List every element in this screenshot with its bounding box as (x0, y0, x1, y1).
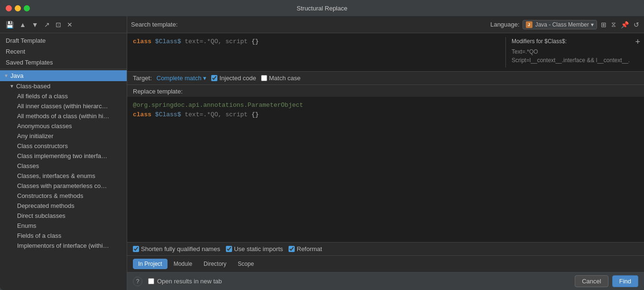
save-icon[interactable]: 💾 (4, 20, 16, 29)
down-icon[interactable]: ▼ (30, 20, 40, 29)
injected-code-label: Injected code (219, 75, 256, 82)
shorten-label: Shorten fully qualified names (141, 245, 220, 253)
up-icon[interactable]: ▲ (18, 20, 28, 29)
minimize-button[interactable] (15, 5, 21, 11)
list-item[interactable]: Classes (0, 161, 127, 171)
list-item[interactable]: Deprecated methods (0, 201, 127, 211)
shorten-checkbox[interactable] (133, 246, 139, 252)
footer: ? Open results in new tab Cancel Find (127, 272, 644, 290)
main-window: Structural Replace 💾 ▲ ▼ ↗ ⊡ ✕ Draft Tem… (0, 0, 644, 290)
list-item[interactable]: Implementors of interface (within h... (0, 241, 127, 251)
title-bar: Structural Replace (0, 0, 644, 16)
target-row: Target: Complete match ▾ Injected code M… (127, 71, 644, 85)
class-based-label: Class-based (16, 83, 50, 90)
list-item[interactable]: Enums (0, 221, 127, 231)
replace-class-var: $Class$ (155, 111, 181, 118)
list-item[interactable]: Class implementing two interfaces (0, 151, 127, 161)
list-item[interactable]: Direct subclasses (0, 211, 127, 221)
table-icon[interactable]: ⊞ (600, 20, 607, 29)
help-button[interactable]: ? (133, 277, 142, 286)
add-modifier-button[interactable]: + (635, 37, 640, 47)
language-label: Language: (490, 21, 519, 28)
replace-code-line2: class $Class$ text=.*QO, script {} (133, 110, 638, 120)
pin-icon[interactable]: 📌 (620, 20, 630, 29)
reformat-checkbox[interactable] (289, 246, 295, 252)
reformat-checkbox-item[interactable]: Reformat (289, 245, 322, 253)
scope-row: In Project Module Directory Scope (127, 255, 644, 272)
list-item[interactable]: Class constructors (0, 141, 127, 151)
dropdown-chevron-icon: ▾ (591, 21, 594, 28)
sidebar-item-draft-template[interactable]: Draft Template (0, 35, 127, 46)
list-item[interactable]: Fields of a class (0, 231, 127, 241)
sidebar-item-class-based[interactable]: ▼ Class-based (0, 81, 127, 91)
static-imports-label: Use static imports (234, 245, 283, 253)
list-item[interactable]: All inner classes (within hierarchy) (0, 101, 127, 111)
sidebar-java-label: Java (10, 72, 23, 79)
options-row: Shorten fully qualified names Use static… (127, 242, 644, 255)
match-case-checkbox-item[interactable]: Match case (261, 75, 300, 82)
sidebar-item-saved-templates[interactable]: Saved Templates (0, 57, 127, 68)
replace-class-braces: {} (252, 111, 259, 118)
filter-icon[interactable]: ⧖ (610, 19, 617, 29)
maximize-button[interactable] (24, 5, 30, 11)
injected-code-checkbox[interactable] (211, 75, 217, 81)
right-panel: Search template: Language: J Java - Clas… (127, 16, 644, 290)
list-item[interactable]: Anonymous classes (0, 121, 127, 131)
replace-template-label-row: Replace template: (127, 85, 644, 97)
chevron-down-icon: ▼ (9, 84, 14, 89)
static-imports-checkbox[interactable] (226, 246, 232, 252)
header-right: Language: J Java - Class Member ▾ ⊞ ⧖ 📌 … (490, 19, 640, 29)
close-button[interactable] (6, 5, 12, 11)
modifiers-title: Modifiers for $Class$: (512, 37, 638, 46)
split-icon[interactable]: ⊡ (54, 20, 63, 29)
refresh-icon[interactable]: ↺ (633, 20, 640, 29)
class-braces: {} (252, 38, 259, 45)
replace-template-label: Replace template: (133, 88, 183, 95)
sidebar-item-java[interactable]: ▼ Java (0, 70, 127, 81)
replace-template-area: @org.springdoc.api.annotations.Parameter… (127, 97, 644, 242)
reformat-label: Reformat (297, 245, 322, 253)
find-button[interactable]: Find (612, 275, 638, 287)
list-item[interactable]: Classes with parameterless constr... (0, 181, 127, 191)
sidebar-item-recent[interactable]: Recent (0, 46, 127, 57)
scope-in-project-button[interactable]: In Project (133, 259, 168, 269)
list-item[interactable]: Any initializer (0, 131, 127, 141)
target-dropdown[interactable]: Complete match ▾ (157, 75, 207, 82)
scope-module-button[interactable]: Module (168, 259, 197, 269)
sidebar: 💾 ▲ ▼ ↗ ⊡ ✕ Draft Template Recent Saved … (0, 16, 127, 290)
list-item[interactable]: Classes, interfaces & enums (0, 171, 127, 181)
target-chevron-icon: ▾ (203, 75, 206, 82)
target-label: Target: (133, 75, 152, 82)
match-case-checkbox[interactable] (261, 75, 267, 81)
language-value: Java - Class Member (535, 21, 589, 28)
annotation-line: @org.springdoc.api.annotations.Parameter… (133, 101, 638, 110)
sidebar-toolbar: 💾 ▲ ▼ ↗ ⊡ ✕ (0, 16, 127, 33)
search-template-code: class $Class$ text=.*QO, script {} (133, 37, 500, 67)
traffic-lights (6, 5, 30, 11)
shorten-checkbox-item[interactable]: Shorten fully qualified names (133, 245, 220, 253)
cancel-button[interactable]: Cancel (575, 275, 608, 287)
open-results-checkbox[interactable] (148, 278, 154, 284)
scope-scope-button[interactable]: Scope (233, 259, 259, 269)
open-results-label: Open results in new tab (157, 278, 222, 285)
list-item[interactable]: All methods of a class (within hiera... (0, 111, 127, 121)
modifiers-script: Script=l__context__.interface && l__cont… (512, 56, 638, 65)
list-item[interactable]: All fields of a class (0, 91, 127, 101)
close-icon[interactable]: ✕ (65, 20, 75, 29)
search-template-area: class $Class$ text=.*QO, script {} Modif… (127, 33, 644, 71)
external-link-icon[interactable]: ↗ (42, 20, 52, 29)
injected-code-checkbox-item[interactable]: Injected code (211, 75, 256, 82)
language-dropdown[interactable]: J Java - Class Member ▾ (523, 20, 597, 29)
static-imports-checkbox-item[interactable]: Use static imports (226, 245, 283, 253)
search-template-label: Search template: (131, 21, 177, 28)
modifiers-panel: Modifiers for $Class$: Text=.*QO Script=… (505, 37, 638, 67)
class-modifiers: text=.*QO, script (185, 38, 248, 45)
open-results-checkbox-item[interactable]: Open results in new tab (148, 278, 222, 285)
list-item[interactable]: Constructors & methods (0, 191, 127, 201)
window-title: Structural Replace (297, 5, 347, 12)
replace-class-keyword: class (133, 111, 151, 118)
footer-actions: Cancel Find (575, 275, 638, 287)
scope-directory-button[interactable]: Directory (198, 259, 232, 269)
chevron-down-icon: ▼ (4, 73, 9, 78)
main-content: 💾 ▲ ▼ ↗ ⊡ ✕ Draft Template Recent Saved … (0, 16, 644, 290)
